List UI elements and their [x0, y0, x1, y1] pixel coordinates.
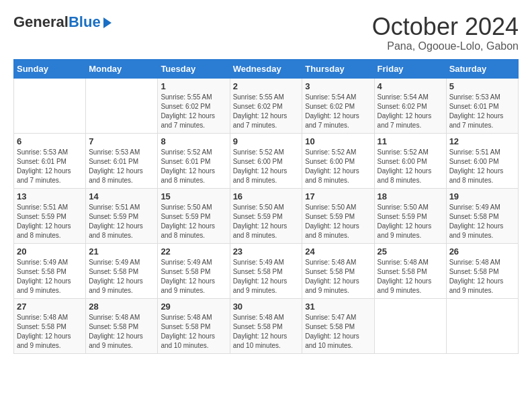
logo-blue-text: Blue [69, 13, 101, 31]
day-cell: 13Sunrise: 5:51 AM Sunset: 5:59 PM Dayli… [14, 188, 86, 243]
day-cell: 12Sunrise: 5:51 AM Sunset: 6:00 PM Dayli… [446, 133, 518, 188]
day-cell: 4Sunrise: 5:54 AM Sunset: 6:02 PM Daylig… [374, 78, 446, 133]
day-cell: 23Sunrise: 5:49 AM Sunset: 5:58 PM Dayli… [230, 243, 302, 298]
day-number: 20 [17, 246, 83, 257]
day-info: Sunrise: 5:49 AM Sunset: 5:58 PM Dayligh… [449, 203, 515, 240]
col-friday: Friday [374, 59, 446, 78]
day-cell: 25Sunrise: 5:48 AM Sunset: 5:58 PM Dayli… [374, 243, 446, 298]
day-cell: 20Sunrise: 5:49 AM Sunset: 5:58 PM Dayli… [14, 243, 86, 298]
day-number: 8 [161, 136, 226, 146]
day-info: Sunrise: 5:50 AM Sunset: 5:59 PM Dayligh… [233, 203, 300, 240]
logo-arrow-icon [103, 17, 112, 28]
day-cell: 17Sunrise: 5:50 AM Sunset: 5:59 PM Dayli… [302, 188, 374, 243]
header-row: Sunday Monday Tuesday Wednesday Thursday… [14, 59, 519, 78]
day-info: Sunrise: 5:48 AM Sunset: 5:58 PM Dayligh… [449, 258, 515, 295]
day-number: 9 [233, 136, 300, 146]
day-number: 14 [89, 191, 154, 201]
col-thursday: Thursday [302, 59, 374, 78]
day-cell: 22Sunrise: 5:49 AM Sunset: 5:58 PM Dayli… [158, 243, 230, 298]
day-number: 2 [233, 81, 300, 91]
day-cell: 6Sunrise: 5:53 AM Sunset: 6:01 PM Daylig… [14, 133, 86, 188]
day-cell: 2Sunrise: 5:55 AM Sunset: 6:02 PM Daylig… [230, 78, 302, 133]
day-info: Sunrise: 5:49 AM Sunset: 5:58 PM Dayligh… [89, 258, 154, 295]
day-cell: 27Sunrise: 5:48 AM Sunset: 5:58 PM Dayli… [14, 298, 86, 353]
day-info: Sunrise: 5:52 AM Sunset: 6:01 PM Dayligh… [161, 148, 226, 185]
day-cell [86, 78, 158, 133]
day-info: Sunrise: 5:51 AM Sunset: 6:00 PM Dayligh… [449, 148, 515, 185]
day-cell: 18Sunrise: 5:50 AM Sunset: 5:59 PM Dayli… [374, 188, 446, 243]
day-cell: 10Sunrise: 5:52 AM Sunset: 6:00 PM Dayli… [302, 133, 374, 188]
day-cell: 31Sunrise: 5:47 AM Sunset: 5:58 PM Dayli… [302, 298, 374, 353]
day-info: Sunrise: 5:48 AM Sunset: 5:58 PM Dayligh… [305, 258, 371, 295]
week-row-3: 13Sunrise: 5:51 AM Sunset: 5:59 PM Dayli… [14, 188, 519, 243]
day-info: Sunrise: 5:48 AM Sunset: 5:58 PM Dayligh… [378, 258, 443, 295]
day-cell: 26Sunrise: 5:48 AM Sunset: 5:58 PM Dayli… [446, 243, 518, 298]
day-number: 19 [449, 191, 515, 201]
day-cell [374, 298, 446, 353]
day-cell: 19Sunrise: 5:49 AM Sunset: 5:58 PM Dayli… [446, 188, 518, 243]
day-number: 5 [449, 81, 515, 91]
day-info: Sunrise: 5:50 AM Sunset: 5:59 PM Dayligh… [305, 203, 371, 240]
day-info: Sunrise: 5:54 AM Sunset: 6:02 PM Dayligh… [378, 93, 443, 130]
day-cell: 5Sunrise: 5:53 AM Sunset: 6:01 PM Daylig… [446, 78, 518, 133]
day-info: Sunrise: 5:49 AM Sunset: 5:58 PM Dayligh… [233, 258, 300, 295]
day-number: 7 [89, 136, 154, 146]
day-info: Sunrise: 5:53 AM Sunset: 6:01 PM Dayligh… [17, 148, 83, 185]
day-number: 16 [233, 191, 300, 201]
week-row-4: 20Sunrise: 5:49 AM Sunset: 5:58 PM Dayli… [14, 243, 519, 298]
col-sunday: Sunday [14, 59, 86, 78]
col-saturday: Saturday [446, 59, 518, 78]
day-info: Sunrise: 5:52 AM Sunset: 6:00 PM Dayligh… [378, 148, 443, 185]
day-number: 10 [305, 136, 371, 146]
day-number: 27 [17, 302, 83, 312]
day-cell: 9Sunrise: 5:52 AM Sunset: 6:00 PM Daylig… [230, 133, 302, 188]
title-section: October 2024 Pana, Ogooue-Lolo, Gabon [372, 13, 519, 52]
day-info: Sunrise: 5:49 AM Sunset: 5:58 PM Dayligh… [161, 258, 226, 295]
day-info: Sunrise: 5:48 AM Sunset: 5:58 PM Dayligh… [17, 313, 83, 351]
day-number: 24 [305, 246, 371, 257]
day-info: Sunrise: 5:51 AM Sunset: 5:59 PM Dayligh… [17, 203, 83, 240]
calendar-body: 1Sunrise: 5:55 AM Sunset: 6:02 PM Daylig… [14, 78, 519, 353]
day-info: Sunrise: 5:53 AM Sunset: 6:01 PM Dayligh… [89, 148, 154, 185]
week-row-1: 1Sunrise: 5:55 AM Sunset: 6:02 PM Daylig… [14, 78, 519, 133]
day-cell: 1Sunrise: 5:55 AM Sunset: 6:02 PM Daylig… [158, 78, 230, 133]
day-info: Sunrise: 5:50 AM Sunset: 5:59 PM Dayligh… [161, 203, 226, 240]
day-info: Sunrise: 5:55 AM Sunset: 6:02 PM Dayligh… [233, 93, 300, 130]
day-cell: 3Sunrise: 5:54 AM Sunset: 6:02 PM Daylig… [302, 78, 374, 133]
day-info: Sunrise: 5:52 AM Sunset: 6:00 PM Dayligh… [233, 148, 300, 185]
day-cell: 14Sunrise: 5:51 AM Sunset: 5:59 PM Dayli… [86, 188, 158, 243]
day-cell: 28Sunrise: 5:48 AM Sunset: 5:58 PM Dayli… [86, 298, 158, 353]
day-cell [446, 298, 518, 353]
day-cell: 29Sunrise: 5:48 AM Sunset: 5:58 PM Dayli… [158, 298, 230, 353]
day-number: 1 [161, 81, 226, 91]
day-number: 28 [89, 302, 154, 312]
day-info: Sunrise: 5:48 AM Sunset: 5:58 PM Dayligh… [233, 313, 300, 351]
col-wednesday: Wednesday [230, 59, 302, 78]
day-number: 13 [17, 191, 83, 201]
day-info: Sunrise: 5:48 AM Sunset: 5:58 PM Dayligh… [161, 313, 226, 351]
col-monday: Monday [86, 59, 158, 78]
day-number: 3 [305, 81, 371, 91]
day-cell: 16Sunrise: 5:50 AM Sunset: 5:59 PM Dayli… [230, 188, 302, 243]
day-number: 6 [17, 136, 83, 146]
day-cell: 30Sunrise: 5:48 AM Sunset: 5:58 PM Dayli… [230, 298, 302, 353]
day-info: Sunrise: 5:50 AM Sunset: 5:59 PM Dayligh… [378, 203, 443, 240]
day-number: 18 [378, 191, 443, 201]
week-row-5: 27Sunrise: 5:48 AM Sunset: 5:58 PM Dayli… [14, 298, 519, 353]
calendar-subtitle: Pana, Ogooue-Lolo, Gabon [372, 40, 519, 52]
day-info: Sunrise: 5:54 AM Sunset: 6:02 PM Dayligh… [305, 93, 371, 130]
day-info: Sunrise: 5:49 AM Sunset: 5:58 PM Dayligh… [17, 258, 83, 295]
day-cell: 8Sunrise: 5:52 AM Sunset: 6:01 PM Daylig… [158, 133, 230, 188]
calendar-title: October 2024 [372, 13, 519, 40]
day-number: 21 [89, 246, 154, 257]
day-info: Sunrise: 5:52 AM Sunset: 6:00 PM Dayligh… [305, 148, 371, 185]
day-number: 23 [233, 246, 300, 257]
day-number: 12 [449, 136, 515, 146]
calendar-table: Sunday Monday Tuesday Wednesday Thursday… [13, 59, 519, 354]
day-number: 4 [378, 81, 443, 91]
day-cell [14, 78, 86, 133]
logo-general-text: General [13, 13, 69, 31]
day-number: 26 [449, 246, 515, 257]
day-number: 25 [378, 246, 443, 257]
day-cell: 24Sunrise: 5:48 AM Sunset: 5:58 PM Dayli… [302, 243, 374, 298]
